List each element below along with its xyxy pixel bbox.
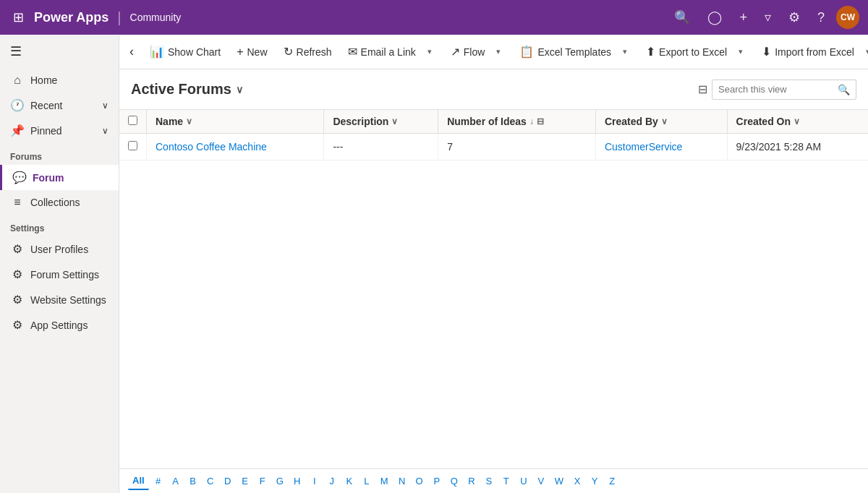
import-excel-dropdown[interactable]: ▾ [863,43,868,61]
alpha-btn-s[interactable]: S [481,473,497,489]
row-checkbox[interactable] [128,141,137,150]
th-description: Description ∨ [324,110,438,134]
plus-icon[interactable]: + [733,6,753,30]
sidebar-item-home[interactable]: ⌂ Home [0,68,119,93]
sidebar-item-recent[interactable]: 🕐 Recent ∨ [0,93,119,118]
export-excel-label: Export to Excel [659,46,727,58]
waffle-icon[interactable]: ⊞ [9,5,28,30]
alpha-btn-all[interactable]: All [128,472,149,490]
alpha-btn-v[interactable]: V [533,473,549,489]
filter-icon[interactable]: ▿ [759,5,777,30]
alpha-btn-z[interactable]: Z [604,473,620,489]
new-icon: + [237,46,243,59]
alpha-btn-f[interactable]: F [255,473,271,489]
alpha-btn-g[interactable]: G [272,473,288,489]
alpha-btn-d[interactable]: D [220,473,236,489]
alpha-btn-l[interactable]: L [359,473,375,489]
alpha-btn-h[interactable]: H [289,473,305,489]
forum-icon: 💬 [12,171,27,184]
alpha-btn-b[interactable]: B [185,473,201,489]
sidebar-item-website-settings[interactable]: ⚙ Website Settings [0,287,119,312]
email-dropdown-arrow: ▾ [427,47,432,56]
td-created-by: CustomerService [595,134,727,160]
user-profiles-icon: ⚙ [10,242,25,256]
forum-settings-icon: ⚙ [10,267,25,281]
sidebar-item-pinned[interactable]: 📌 Pinned ∨ [0,118,119,143]
alpha-btn-e[interactable]: E [237,473,253,489]
th-created-by-label: Created By [605,116,658,127]
alpha-btn-n[interactable]: N [394,473,410,489]
th-created-on-sort-icon[interactable]: ∨ [793,116,800,127]
th-name-sort-icon[interactable]: ∨ [186,116,192,127]
sidebar-hamburger[interactable]: ☰ [0,35,119,68]
th-description-sort-icon[interactable]: ∨ [391,116,398,127]
flow-button[interactable]: ↗ Flow [443,40,493,63]
flow-icon: ↗ [451,45,460,59]
show-chart-label: Show Chart [168,46,221,58]
select-all-checkbox[interactable] [128,116,137,125]
recent-icon: 🕐 [10,98,25,112]
nav-divider: | [117,9,121,26]
view-filter-icon[interactable]: ⊟ [694,78,712,100]
th-description-label: Description [333,116,388,127]
new-button[interactable]: + New [229,41,274,63]
sidebar-item-app-settings[interactable]: ⚙ App Settings [0,312,119,338]
table-row: Contoso Coffee Machine --- 7 CustomerSer… [119,134,868,160]
alpha-btn-i[interactable]: I [307,473,323,489]
show-chart-button[interactable]: 📊 Show Chart [142,40,228,63]
alpha-btn-x[interactable]: X [569,473,585,489]
alpha-btn-j[interactable]: J [324,473,340,489]
table-body: Contoso Coffee Machine --- 7 CustomerSer… [119,134,868,160]
export-excel-button[interactable]: ⬆ Export to Excel [639,40,734,63]
alpha-btn-y[interactable]: Y [587,473,603,489]
alpha-btn-#[interactable]: # [150,473,166,489]
created-by-link[interactable]: CustomerService [605,141,682,153]
search-icon[interactable]: 🔍 [668,5,696,30]
th-ideas-sort-icon[interactable]: ↓ [529,116,534,127]
sidebar-item-user-profiles[interactable]: ⚙ User Profiles [0,236,119,262]
th-ideas-filter-icon[interactable]: ⊟ [537,116,544,127]
view-title-text: Active Forums [131,81,231,98]
excel-templates-button[interactable]: 📋 Excel Templates [512,40,618,63]
avatar[interactable]: CW [836,6,859,29]
sidebar-item-collections[interactable]: ≡ Collections [0,190,119,215]
alpha-btn-a[interactable]: A [168,473,184,489]
alpha-btn-p[interactable]: P [429,473,445,489]
sidebar-item-forum[interactable]: 💬 Forum [0,165,119,190]
refresh-button[interactable]: ↻ Refresh [276,40,339,63]
import-excel-button[interactable]: ⬇ Import from Excel [754,40,861,63]
alpha-btn-c[interactable]: C [203,473,218,489]
back-button[interactable]: ‹ [122,40,141,64]
alpha-btn-k[interactable]: K [341,473,357,489]
export-excel-dropdown[interactable]: ▾ [736,43,746,61]
th-check [119,110,147,134]
import-icon: ⬇ [762,45,771,59]
email-link-dropdown[interactable]: ▾ [425,43,435,61]
sidebar-item-forum-settings[interactable]: ⚙ Forum Settings [0,262,119,287]
alpha-btn-t[interactable]: T [498,473,514,489]
search-input[interactable] [712,80,832,98]
help-icon[interactable]: ? [812,6,830,30]
alpha-btn-r[interactable]: R [464,473,480,489]
alpha-btn-m[interactable]: M [376,473,393,489]
import-excel-label: Import from Excel [775,46,854,58]
alpha-btn-o[interactable]: O [412,473,427,489]
alpha-btn-w[interactable]: W [550,473,568,489]
search-button[interactable]: 🔍 [832,80,856,99]
settings-icon[interactable]: ⚙ [783,5,806,30]
top-nav: ⊞ Power Apps | Community 🔍 ◯ + ▿ ⚙ ? CW [0,0,868,35]
sidebar-item-forum-label: Forum [33,172,64,184]
alpha-btn-q[interactable]: Q [446,473,462,489]
flow-dropdown[interactable]: ▾ [493,43,503,61]
circle-icon[interactable]: ◯ [702,5,728,30]
sidebar-item-user-profiles-label: User Profiles [30,244,88,255]
th-number-of-ideas: Number of Ideas ↓ ⊟ [438,110,596,134]
sidebar-item-app-settings-label: App Settings [30,320,88,331]
view-title-chevron[interactable]: ∨ [236,84,243,95]
th-created-by-sort-icon[interactable]: ∨ [661,116,668,127]
excel-templates-dropdown[interactable]: ▾ [620,43,630,61]
forum-name-link[interactable]: Contoso Coffee Machine [156,141,267,153]
email-link-button[interactable]: ✉ Email a Link [341,40,423,63]
sidebar-item-website-settings-label: Website Settings [30,294,106,306]
alpha-btn-u[interactable]: U [516,473,532,489]
